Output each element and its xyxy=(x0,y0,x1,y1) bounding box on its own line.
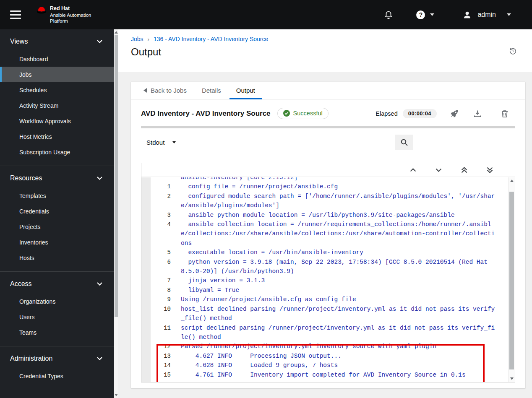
sidebar-section-administration: AdministrationCredential Types xyxy=(0,346,114,390)
sidebar: ViewsDashboardJobsSchedulesActivity Stre… xyxy=(0,29,118,398)
chevron-down-icon xyxy=(97,177,102,180)
log-scroll-area[interactable]: ansible-inventory [core 2.15.12]1 config… xyxy=(141,177,508,382)
history-button[interactable] xyxy=(506,46,519,55)
scroll-next-button[interactable] xyxy=(430,166,447,174)
angle-up-icon xyxy=(410,168,416,172)
relaunch-button[interactable] xyxy=(449,108,460,119)
download-output-button[interactable] xyxy=(472,109,482,119)
log-scrollbar-thumb[interactable] xyxy=(509,192,514,369)
log-line: 5 executable location = /usr/bin/ansible… xyxy=(141,248,508,257)
brand-product-line2: Platform xyxy=(50,18,91,24)
log-nav-toolbar xyxy=(141,163,515,177)
question-circle-icon: ? xyxy=(416,10,425,19)
sidebar-item-credentials[interactable]: Credentials xyxy=(0,203,114,219)
delete-job-button[interactable] xyxy=(500,109,509,119)
log-line: 2 configured module search path = ['/hom… xyxy=(141,192,508,211)
search-button[interactable] xyxy=(395,135,413,150)
log-line-text: jinja version = 3.1.3 xyxy=(181,276,508,285)
sidebar-item-label: Inventories xyxy=(19,239,48,246)
scroll-previous-button[interactable] xyxy=(405,166,421,174)
masthead: Red Hat Ansible Automation Platform ? xyxy=(0,0,532,29)
sidebar-item-dashboard[interactable]: Dashboard xyxy=(0,51,114,67)
log-line-number: 1 xyxy=(151,182,171,191)
sidebar-item-jobs[interactable]: Jobs xyxy=(0,67,114,82)
log-line: 6 python version = 3.9.18 (main, Sep 22 … xyxy=(141,258,508,276)
scroll-down-arrow-icon[interactable] xyxy=(115,394,118,396)
scroll-up-arrow-icon[interactable] xyxy=(510,179,514,182)
log-line: 7 jinja version = 3.1.3 xyxy=(141,276,508,285)
job-header: AVD Inventory - AVD Inventory Source Suc… xyxy=(131,99,525,125)
log-line-number: 8 xyxy=(151,286,171,295)
log-line-number: 6 xyxy=(151,258,171,276)
scroll-down-arrow-icon[interactable] xyxy=(510,377,514,380)
sidebar-item-schedules[interactable]: Schedules xyxy=(0,82,114,98)
sidebar-item-organizations[interactable]: Organizations xyxy=(0,294,114,309)
help-menu-button[interactable]: ? xyxy=(414,8,437,22)
log-line: 11script declined parsing /runner/projec… xyxy=(141,323,508,342)
tab-back-to-jobs[interactable]: Back to Jobs xyxy=(136,82,194,99)
check-circle-icon xyxy=(283,110,290,117)
log-line-text: host_list declined parsing /runner/proje… xyxy=(181,304,508,323)
sidebar-scrollbar-thumb[interactable] xyxy=(115,35,118,317)
output-filter-select[interactable]: Stdout xyxy=(141,135,181,150)
log-line-number: 14 xyxy=(151,361,171,370)
log-line-number: 3 xyxy=(151,211,171,220)
status-badge: Successful xyxy=(277,108,329,119)
tab-output[interactable]: Output xyxy=(229,82,263,99)
log-line: 8 libyaml = True xyxy=(141,286,508,295)
tab-details[interactable]: Details xyxy=(194,82,229,99)
log-line-text: libyaml = True xyxy=(181,286,508,295)
log-line-number: 12 xyxy=(151,342,171,351)
scroll-up-arrow-icon[interactable] xyxy=(115,31,118,34)
sidebar-item-users[interactable]: Users xyxy=(0,309,114,325)
sidebar-item-workflow-approvals[interactable]: Workflow Approvals xyxy=(0,113,114,129)
sidebar-item-label: Schedules xyxy=(19,87,47,94)
scroll-to-bottom-button[interactable] xyxy=(482,165,498,175)
sidebar-item-credential-types[interactable]: Credential Types xyxy=(0,368,114,384)
log-line: 12Parsed /runner/project/inventory.yml i… xyxy=(141,342,508,351)
brand-product-line1: Ansible Automation xyxy=(50,12,91,18)
sidebar-section-access: AccessOrganizationsUsersTeams xyxy=(0,271,114,346)
log-line-text: configured module search path = ['/home/… xyxy=(181,192,508,211)
sidebar-item-label: Organizations xyxy=(19,298,55,305)
log-content: ansible-inventory [core 2.15.12]1 config… xyxy=(141,177,508,380)
user-menu-button[interactable]: admin xyxy=(460,8,514,22)
log-line-text: 4.627 INFO Processing JSON output... xyxy=(181,351,508,361)
sidebar-section-header-views[interactable]: Views xyxy=(0,32,114,51)
output-search-toolbar: Stdout xyxy=(131,128,525,157)
log-line-number: 9 xyxy=(151,295,171,304)
sidebar-item-subscription-usage[interactable]: Subscription Usage xyxy=(0,144,114,160)
trash-icon xyxy=(501,109,509,118)
sidebar-item-label: Subscription Usage xyxy=(19,149,70,156)
sidebar-section-label: Access xyxy=(10,280,32,288)
chevron-down-icon xyxy=(97,282,102,286)
sidebar-section-header-resources[interactable]: Resources xyxy=(0,169,114,188)
log-line: 15 4.761 INFO Inventory import completed… xyxy=(141,370,508,380)
sidebar-item-templates[interactable]: Templates xyxy=(0,188,114,203)
sidebar-item-inventories[interactable]: Inventories xyxy=(0,234,114,250)
output-search-input[interactable] xyxy=(182,135,395,150)
sidebar-section-header-administration[interactable]: Administration xyxy=(0,349,114,368)
log-line-text: executable location = /usr/bin/ansible-i… xyxy=(181,248,508,257)
breadcrumb-link-jobs[interactable]: Jobs xyxy=(131,36,143,42)
sidebar-item-host-metrics[interactable]: Host Metrics xyxy=(0,129,114,144)
sidebar-section-header-access[interactable]: Access xyxy=(0,274,114,294)
nav-toggle-button[interactable] xyxy=(8,6,25,23)
angle-double-down-icon xyxy=(487,167,493,173)
sidebar-item-label: Workflow Approvals xyxy=(19,118,71,125)
sidebar-item-label: Host Metrics xyxy=(19,133,52,140)
log-line-text: Parsed /runner/project/inventory.yml inv… xyxy=(181,342,508,351)
chevron-down-icon xyxy=(507,13,511,16)
notifications-button[interactable] xyxy=(382,8,395,22)
sidebar-item-projects[interactable]: Projects xyxy=(0,219,114,234)
sidebar-item-activity-stream[interactable]: Activity Stream xyxy=(0,98,114,113)
sidebar-item-hosts[interactable]: Hosts xyxy=(0,250,114,265)
log-scrollbar[interactable] xyxy=(508,177,515,382)
scroll-to-top-button[interactable] xyxy=(456,165,472,175)
sidebar-scrollbar[interactable] xyxy=(114,29,118,398)
page-title: Output xyxy=(131,46,532,58)
chevron-down-icon xyxy=(97,40,102,43)
breadcrumb-link-job[interactable]: 136 - AVD Inventory - AVD Inventory Sour… xyxy=(154,36,268,42)
sidebar-item-teams[interactable]: Teams xyxy=(0,325,114,340)
sidebar-item-label: Activity Stream xyxy=(19,102,58,109)
